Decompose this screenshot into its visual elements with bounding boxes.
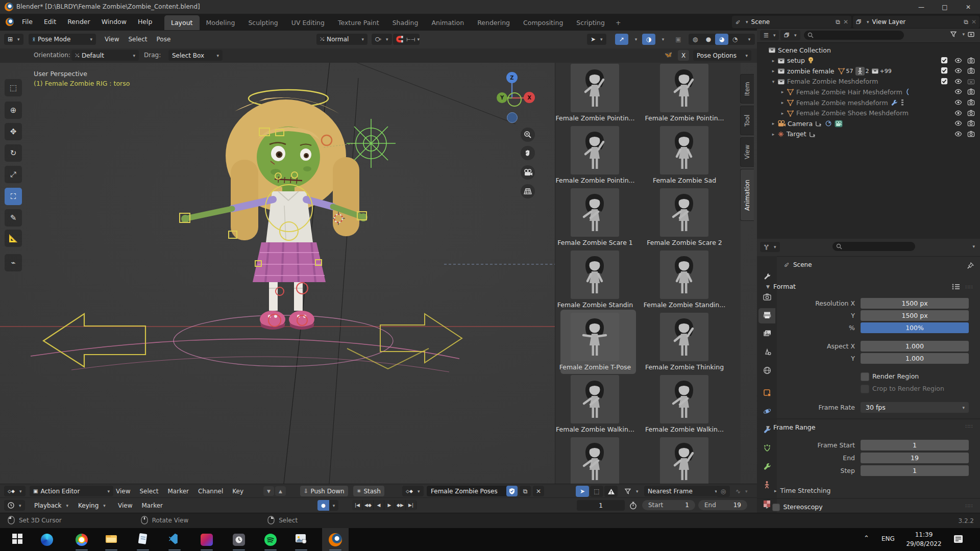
copy-view-layer-icon[interactable]: ⧉ [964, 18, 968, 26]
new-collection-icon[interactable] [968, 31, 975, 38]
hide-eye-toggle[interactable] [954, 57, 962, 66]
pose-item-label[interactable]: Female Zombie Standin... [641, 301, 728, 309]
object-type-visibility-dropdown[interactable]: ➤▾ [587, 34, 606, 45]
hide-eye-toggle[interactable] [954, 67, 962, 76]
hide-eye-toggle[interactable] [954, 88, 962, 97]
push-down-button[interactable]: ⇩Push Down [300, 486, 348, 496]
constraint-icon[interactable] [825, 120, 832, 127]
pose-item-thumbnail[interactable] [660, 375, 708, 423]
auto-keying-toggle[interactable]: ● [317, 500, 329, 511]
outliner-editor-type-button[interactable]: ☰▾ [760, 30, 779, 40]
outliner-item-label[interactable]: zombie female [787, 67, 835, 75]
viewport-menu-view[interactable]: View [100, 36, 124, 43]
outliner-item-label[interactable]: Camera [788, 120, 813, 128]
tool-rotate-button[interactable]: ↻ [5, 144, 22, 162]
browse-action-button[interactable]: ⬦⬥▾ [402, 486, 424, 496]
play-button[interactable]: ▶ [384, 500, 395, 510]
properties-tab-modifiers[interactable] [758, 459, 775, 474]
jump-to-start-button[interactable]: |◀ [352, 500, 363, 510]
pose-item-label[interactable]: Female Zombie Thinking [641, 363, 728, 371]
wrench-icon[interactable] [891, 99, 898, 106]
workspace-tab-sculpting[interactable]: Sculpting [241, 15, 284, 30]
gizmo-x-axis[interactable]: X [524, 92, 535, 103]
scene-name[interactable]: Scene [751, 18, 833, 26]
hide-eye-toggle[interactable] [954, 130, 962, 139]
previous-keyframe-button[interactable]: ◀◆ [363, 500, 374, 510]
outliner-item-label[interactable]: Scene Collection [778, 46, 831, 54]
properties-tab-physics[interactable] [758, 404, 775, 419]
pose-item-thumbnail[interactable] [571, 313, 619, 361]
pose-item-label[interactable]: Female Zombie Scare 1 [555, 239, 639, 246]
shading-rendered-button[interactable]: ◔ [728, 34, 742, 45]
keying-menu[interactable]: Keying▾ [75, 500, 109, 511]
falloff-dropdown[interactable]: ∿▾ [732, 486, 751, 496]
action-name-field[interactable]: Female Zombie Poses [427, 486, 512, 496]
taskbar-app-adobe-cc[interactable] [193, 528, 220, 551]
fake-user-shield-toggle[interactable] [506, 486, 518, 496]
outliner-row[interactable]: ▸ Female Zombie Shoes Meshdeform [757, 108, 980, 118]
tray-language[interactable]: ENG [881, 535, 895, 542]
workspace-tab-rendering[interactable]: Rendering [471, 15, 517, 30]
timeline-editor-type-button[interactable]: ▾ [4, 500, 25, 511]
properties-tab-output[interactable] [758, 308, 775, 323]
add-workspace-button[interactable]: + [611, 15, 625, 30]
workspace-tab-animation[interactable]: Animation [425, 15, 471, 30]
tool-move-button[interactable]: ✥ [5, 123, 22, 140]
outliner-item-label[interactable]: Female Zombie meshdeform [796, 99, 888, 107]
taskbar-app-photos[interactable] [288, 528, 314, 551]
expand-arrow-icon[interactable]: ▾ [770, 79, 776, 84]
tray-clock[interactable]: 11:39 29/08/2022 [904, 530, 943, 548]
disable-render-camera-toggle[interactable] [967, 57, 975, 66]
viewport-menu-pose[interactable]: Pose [152, 36, 176, 43]
move-channel-down-button[interactable]: ▼ [263, 486, 274, 496]
y-field[interactable]: 1.000 [861, 353, 969, 364]
stash-button[interactable]: ✳Stash [353, 486, 384, 496]
pose-item-label[interactable]: Female Zombie Scare 2 [641, 239, 728, 246]
xray-toggle[interactable]: ▣ [672, 34, 685, 45]
exclude-checkbox[interactable] [941, 78, 948, 86]
ds-filter-dropdown[interactable]: ▾ [621, 486, 642, 496]
presets-icon[interactable] [952, 284, 960, 290]
taskbar-app-spotify[interactable] [257, 528, 284, 551]
snap-settings-dropdown[interactable]: ⊢⊣▾ [406, 34, 420, 45]
outliner-item-label[interactable]: setup [787, 57, 805, 64]
pose-item-thumbnail[interactable] [571, 126, 619, 174]
workspace-tab-compositing[interactable]: Compositing [517, 15, 570, 30]
next-keyframe-button[interactable]: ◆▶ [395, 500, 406, 510]
hide-eye-toggle[interactable] [954, 98, 962, 108]
menu-edit[interactable]: Edit [38, 14, 62, 30]
disable-render-camera-toggle[interactable] [967, 78, 975, 87]
tool-scale-button[interactable]: ⤢ [5, 166, 22, 183]
box-select-icon[interactable]: ⬚ [590, 486, 603, 497]
sidebar-tab-animation[interactable]: Animation [740, 169, 754, 221]
filter-funnel-icon[interactable] [950, 31, 957, 38]
workspace-tab-modeling[interactable]: Modeling [200, 15, 242, 30]
notification-icon[interactable] [953, 535, 964, 544]
outliner-row[interactable]: ▸ zombie female572+99 [757, 66, 980, 76]
show-overlays-toggle[interactable]: ◑ [642, 34, 655, 45]
disable-render-camera-toggle[interactable] [967, 67, 975, 76]
workspace-tab-uv-editing[interactable]: UV Editing [285, 15, 331, 30]
drag-setting-dropdown[interactable]: Select Box▾ [168, 50, 223, 61]
outliner-item-label[interactable]: Female Zombie Shoes Meshdeform [796, 109, 909, 117]
tool-select-box-button[interactable]: ⬚ [5, 79, 22, 96]
auto-keying-dropdown[interactable]: ▾ [329, 500, 339, 511]
drag-grip-icon[interactable]: ∷∷ [965, 423, 973, 429]
sidebar-tab-view[interactable]: View [740, 137, 754, 167]
move-channel-up-button[interactable]: ▲ [275, 486, 286, 496]
disable-render-camera-toggle[interactable] [967, 119, 975, 129]
drag-grip-icon[interactable]: ∷∷ [965, 503, 973, 509]
crop-to-render-region-checkbox[interactable] [861, 385, 869, 393]
gizmo-y-axis[interactable]: Y [497, 92, 507, 103]
dope-sheet-menu-key[interactable]: Key [228, 488, 248, 495]
outliner-row[interactable]: ▸ Camera [757, 118, 980, 129]
aspect-x-field[interactable]: 1.000 [861, 341, 969, 352]
outliner-display-mode-dropdown[interactable]: 🗇▾ [780, 30, 800, 40]
tray-chevron-icon[interactable]: ⌃ [864, 534, 869, 542]
pose-item-label[interactable]: Female Zombie Standin [555, 301, 639, 309]
tool-transform-button[interactable]: ⛶ [5, 188, 22, 205]
pan-hand-button[interactable] [521, 146, 535, 160]
expand-arrow-icon[interactable]: ▸ [770, 58, 776, 63]
timeline-menu-view[interactable]: View [113, 502, 137, 509]
remove-view-layer-icon[interactable]: ✕ [971, 18, 976, 26]
